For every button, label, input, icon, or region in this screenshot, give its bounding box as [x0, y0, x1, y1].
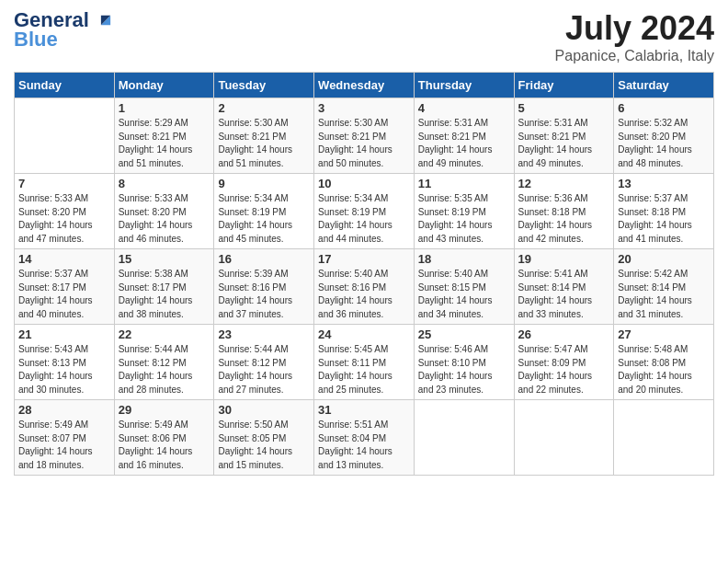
day-info: Sunrise: 5:49 AM Sunset: 8:06 PM Dayligh… — [119, 419, 210, 472]
calendar-cell: 24Sunrise: 5:45 AM Sunset: 8:11 PM Dayli… — [314, 325, 415, 400]
calendar-cell: 25Sunrise: 5:46 AM Sunset: 8:10 PM Dayli… — [414, 325, 514, 400]
calendar-cell: 22Sunrise: 5:44 AM Sunset: 8:12 PM Dayli… — [114, 325, 214, 400]
calendar-cell: 8Sunrise: 5:33 AM Sunset: 8:20 PM Daylig… — [114, 174, 214, 249]
day-info: Sunrise: 5:37 AM Sunset: 8:17 PM Dayligh… — [18, 268, 110, 321]
day-info: Sunrise: 5:44 AM Sunset: 8:12 PM Dayligh… — [119, 343, 210, 396]
day-number: 6 — [618, 101, 710, 115]
calendar-cell: 23Sunrise: 5:44 AM Sunset: 8:12 PM Dayli… — [214, 325, 314, 400]
day-info: Sunrise: 5:45 AM Sunset: 8:11 PM Dayligh… — [318, 343, 410, 396]
calendar-cell: 29Sunrise: 5:49 AM Sunset: 8:06 PM Dayli… — [114, 400, 214, 476]
calendar-cell: 7Sunrise: 5:33 AM Sunset: 8:20 PM Daylig… — [15, 174, 115, 249]
calendar-cell — [15, 98, 115, 174]
day-number: 7 — [18, 177, 110, 190]
calendar-cell: 6Sunrise: 5:32 AM Sunset: 8:20 PM Daylig… — [614, 98, 714, 174]
calendar-cell — [514, 400, 614, 476]
weekday-header: Saturday — [614, 73, 714, 98]
calendar-cell: 26Sunrise: 5:47 AM Sunset: 8:09 PM Dayli… — [514, 325, 614, 400]
day-number: 8 — [119, 177, 210, 190]
weekday-header: Thursday — [414, 73, 514, 98]
day-info: Sunrise: 5:43 AM Sunset: 8:13 PM Dayligh… — [18, 343, 110, 396]
day-info: Sunrise: 5:50 AM Sunset: 8:05 PM Dayligh… — [218, 419, 310, 472]
calendar-cell: 18Sunrise: 5:40 AM Sunset: 8:15 PM Dayli… — [414, 249, 514, 325]
day-info: Sunrise: 5:51 AM Sunset: 8:04 PM Dayligh… — [318, 419, 410, 472]
day-info: Sunrise: 5:35 AM Sunset: 8:19 PM Dayligh… — [418, 192, 510, 246]
calendar-cell: 21Sunrise: 5:43 AM Sunset: 8:13 PM Dayli… — [15, 325, 115, 400]
day-number: 24 — [318, 327, 410, 341]
day-info: Sunrise: 5:37 AM Sunset: 8:18 PM Dayligh… — [618, 192, 710, 246]
day-info: Sunrise: 5:38 AM Sunset: 8:17 PM Dayligh… — [119, 268, 210, 321]
day-info: Sunrise: 5:42 AM Sunset: 8:14 PM Dayligh… — [618, 268, 710, 321]
day-number: 10 — [318, 177, 410, 190]
calendar-table: SundayMondayTuesdayWednesdayThursdayFrid… — [14, 72, 714, 476]
day-number: 9 — [218, 177, 310, 190]
day-number: 28 — [18, 403, 110, 417]
day-info: Sunrise: 5:39 AM Sunset: 8:16 PM Dayligh… — [218, 268, 310, 321]
weekday-header: Monday — [114, 73, 214, 98]
calendar-cell: 16Sunrise: 5:39 AM Sunset: 8:16 PM Dayli… — [214, 249, 314, 325]
weekday-header: Friday — [514, 73, 614, 98]
header: General Blue July 2024 Papanice, Calabri… — [14, 9, 714, 64]
weekday-header-row: SundayMondayTuesdayWednesdayThursdayFrid… — [15, 73, 714, 98]
calendar-cell: 10Sunrise: 5:34 AM Sunset: 8:19 PM Dayli… — [314, 174, 415, 249]
calendar-cell: 9Sunrise: 5:34 AM Sunset: 8:19 PM Daylig… — [214, 174, 314, 249]
day-info: Sunrise: 5:32 AM Sunset: 8:20 PM Dayligh… — [618, 117, 710, 170]
day-info: Sunrise: 5:40 AM Sunset: 8:16 PM Dayligh… — [318, 268, 410, 321]
day-info: Sunrise: 5:30 AM Sunset: 8:21 PM Dayligh… — [318, 117, 410, 170]
calendar-cell: 5Sunrise: 5:31 AM Sunset: 8:21 PM Daylig… — [514, 98, 614, 174]
page-container: General Blue July 2024 Papanice, Calabri… — [0, 0, 728, 485]
day-info: Sunrise: 5:48 AM Sunset: 8:08 PM Dayligh… — [618, 343, 710, 396]
calendar-week-row: 7Sunrise: 5:33 AM Sunset: 8:20 PM Daylig… — [15, 174, 714, 249]
day-info: Sunrise: 5:40 AM Sunset: 8:15 PM Dayligh… — [418, 268, 510, 321]
day-info: Sunrise: 5:44 AM Sunset: 8:12 PM Dayligh… — [218, 343, 310, 396]
day-info: Sunrise: 5:36 AM Sunset: 8:18 PM Dayligh… — [518, 192, 610, 246]
calendar-week-row: 14Sunrise: 5:37 AM Sunset: 8:17 PM Dayli… — [15, 249, 714, 325]
day-info: Sunrise: 5:31 AM Sunset: 8:21 PM Dayligh… — [518, 117, 610, 170]
day-info: Sunrise: 5:34 AM Sunset: 8:19 PM Dayligh… — [218, 192, 310, 246]
day-info: Sunrise: 5:46 AM Sunset: 8:10 PM Dayligh… — [418, 343, 510, 396]
calendar-cell: 15Sunrise: 5:38 AM Sunset: 8:17 PM Dayli… — [114, 249, 214, 325]
calendar-cell: 14Sunrise: 5:37 AM Sunset: 8:17 PM Dayli… — [15, 249, 115, 325]
day-number: 1 — [119, 101, 210, 115]
day-info: Sunrise: 5:29 AM Sunset: 8:21 PM Dayligh… — [119, 117, 210, 170]
calendar-cell: 2Sunrise: 5:30 AM Sunset: 8:21 PM Daylig… — [214, 98, 314, 174]
logo: General Blue — [14, 9, 116, 52]
weekday-header: Tuesday — [214, 73, 314, 98]
day-info: Sunrise: 5:49 AM Sunset: 8:07 PM Dayligh… — [18, 419, 110, 472]
calendar-cell: 20Sunrise: 5:42 AM Sunset: 8:14 PM Dayli… — [614, 249, 714, 325]
day-number: 12 — [518, 177, 610, 190]
calendar-cell: 4Sunrise: 5:31 AM Sunset: 8:21 PM Daylig… — [414, 98, 514, 174]
day-info: Sunrise: 5:30 AM Sunset: 8:21 PM Dayligh… — [218, 117, 310, 170]
calendar-cell: 31Sunrise: 5:51 AM Sunset: 8:04 PM Dayli… — [314, 400, 415, 476]
calendar-cell — [614, 400, 714, 476]
calendar-cell: 27Sunrise: 5:48 AM Sunset: 8:08 PM Dayli… — [614, 325, 714, 400]
calendar-cell — [414, 400, 514, 476]
day-number: 25 — [418, 327, 510, 341]
day-number: 5 — [518, 101, 610, 115]
day-number: 13 — [618, 177, 710, 190]
calendar-cell: 17Sunrise: 5:40 AM Sunset: 8:16 PM Dayli… — [314, 249, 415, 325]
day-number: 22 — [119, 327, 210, 341]
calendar-cell: 28Sunrise: 5:49 AM Sunset: 8:07 PM Dayli… — [15, 400, 115, 476]
month-title: July 2024 — [555, 9, 714, 48]
weekday-header: Wednesday — [314, 73, 415, 98]
day-number: 19 — [518, 252, 610, 266]
location: Papanice, Calabria, Italy — [555, 48, 714, 64]
day-info: Sunrise: 5:34 AM Sunset: 8:19 PM Dayligh… — [318, 192, 410, 246]
day-number: 18 — [418, 252, 510, 266]
title-area: July 2024 Papanice, Calabria, Italy — [555, 9, 714, 64]
day-number: 26 — [518, 327, 610, 341]
weekday-header: Sunday — [15, 73, 115, 98]
day-number: 27 — [618, 327, 710, 341]
calendar-week-row: 28Sunrise: 5:49 AM Sunset: 8:07 PM Dayli… — [15, 400, 714, 476]
day-info: Sunrise: 5:33 AM Sunset: 8:20 PM Dayligh… — [18, 192, 110, 246]
calendar-cell: 13Sunrise: 5:37 AM Sunset: 8:18 PM Dayli… — [614, 174, 714, 249]
calendar-cell: 19Sunrise: 5:41 AM Sunset: 8:14 PM Dayli… — [514, 249, 614, 325]
day-number: 30 — [218, 403, 310, 417]
calendar-cell: 1Sunrise: 5:29 AM Sunset: 8:21 PM Daylig… — [114, 98, 214, 174]
day-number: 4 — [418, 101, 510, 115]
day-number: 29 — [119, 403, 210, 417]
calendar-cell: 30Sunrise: 5:50 AM Sunset: 8:05 PM Dayli… — [214, 400, 314, 476]
day-number: 20 — [618, 252, 710, 266]
day-number: 21 — [18, 327, 110, 341]
day-info: Sunrise: 5:41 AM Sunset: 8:14 PM Dayligh… — [518, 268, 610, 321]
